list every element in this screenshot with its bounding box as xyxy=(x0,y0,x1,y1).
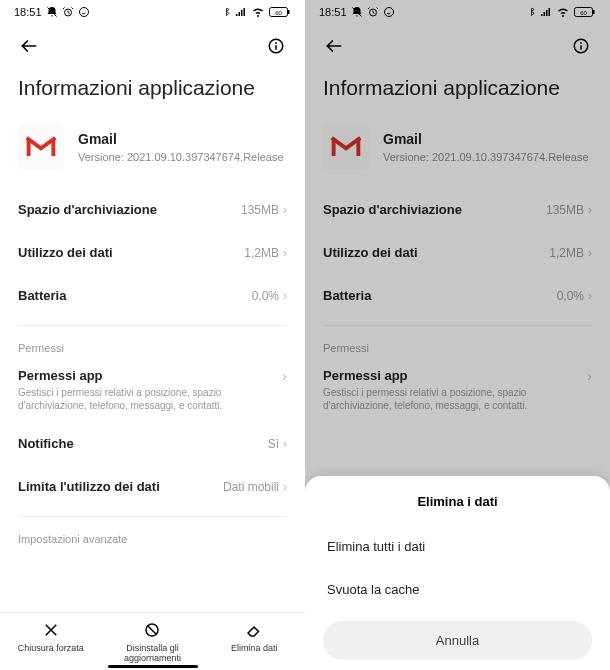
row-limit-data[interactable]: Limita l'utilizzo dei dati Dati mobili› xyxy=(0,465,305,508)
wifi-icon xyxy=(251,6,265,18)
svg-rect-18 xyxy=(580,45,582,50)
app-icon xyxy=(18,124,64,170)
svg-point-2 xyxy=(79,8,88,17)
svg-rect-14 xyxy=(593,10,595,14)
svg-point-7 xyxy=(275,42,277,44)
svg-text:60: 60 xyxy=(580,10,587,16)
bluetooth-icon xyxy=(527,6,536,18)
row-storage[interactable]: Spazio d'archiviazione 135MB› xyxy=(305,188,610,231)
info-icon xyxy=(572,37,590,55)
chevron-right-icon: › xyxy=(283,437,287,451)
dnd-icon xyxy=(46,6,58,18)
page-title: Informazioni applicazione xyxy=(305,68,610,118)
svg-text:60: 60 xyxy=(275,10,282,16)
prohibit-icon xyxy=(143,621,161,639)
row-app-permissions[interactable]: Permessi app Gestisci i permessi relativ… xyxy=(0,358,305,422)
row-sub: Gestisci i permessi relativi a posizione… xyxy=(323,386,579,412)
divider xyxy=(18,325,287,326)
row-label: Limita l'utilizzo dei dati xyxy=(18,479,160,494)
row-label: Batteria xyxy=(18,288,66,303)
row-label: Utilizzo dei dati xyxy=(323,245,418,260)
phone-right: 18:51 60 Informazioni applicazione xyxy=(305,0,610,670)
bluetooth-icon xyxy=(222,6,231,18)
chevron-right-icon: › xyxy=(588,203,592,217)
section-permissions: Permessi xyxy=(305,334,610,358)
gesture-bar xyxy=(108,665,198,668)
row-label: Spazio d'archiviazione xyxy=(323,202,462,217)
row-app-permissions[interactable]: Permessi app Gestisci i permessi relativ… xyxy=(305,358,610,422)
sheet-option-clear-cache[interactable]: Svuota la cache xyxy=(323,568,592,611)
row-value: Dati mobili xyxy=(223,480,279,494)
alarm-icon xyxy=(367,6,379,18)
section-advanced: Impostazioni avanzate xyxy=(0,525,305,549)
info-button[interactable] xyxy=(261,31,291,61)
clear-data-button[interactable]: Elimina dati xyxy=(214,621,294,664)
info-button[interactable] xyxy=(566,31,596,61)
alarm-icon xyxy=(62,6,74,18)
svg-rect-8 xyxy=(275,45,277,50)
nav-bar xyxy=(0,24,305,68)
divider xyxy=(18,516,287,517)
nav-bar xyxy=(305,24,610,68)
arrow-left-icon xyxy=(324,36,344,56)
row-value: 135MB xyxy=(241,203,279,217)
close-icon xyxy=(42,621,60,639)
sheet-option-delete-all[interactable]: Elimina tutti i dati xyxy=(323,525,592,568)
sheet-title: Elimina i dati xyxy=(323,494,592,509)
wifi-icon xyxy=(556,6,570,18)
row-value: 1,2MB xyxy=(244,246,279,260)
row-value: 1,2MB xyxy=(549,246,584,260)
app-header: Gmail Versione: 2021.09.10.397347674.Rel… xyxy=(305,118,610,188)
chevron-right-icon: › xyxy=(283,246,287,260)
row-value: 0,0% xyxy=(557,289,584,303)
btn-label: Elimina dati xyxy=(231,644,278,654)
page-title: Informazioni applicazione xyxy=(0,68,305,118)
arrow-left-icon xyxy=(19,36,39,56)
row-data-usage[interactable]: Utilizzo dei dati 1,2MB› xyxy=(0,231,305,274)
row-value: Sì xyxy=(268,437,279,451)
chevron-right-icon: › xyxy=(588,289,592,303)
whatsapp-icon xyxy=(78,6,90,18)
row-battery[interactable]: Batteria 0,0%› xyxy=(305,274,610,317)
row-label: Notifiche xyxy=(18,436,74,451)
battery-icon: 60 xyxy=(574,6,596,18)
status-bar: 18:51 60 xyxy=(305,0,610,24)
svg-point-17 xyxy=(580,42,582,44)
info-icon xyxy=(267,37,285,55)
gmail-icon xyxy=(24,134,58,160)
svg-point-12 xyxy=(384,8,393,17)
svg-rect-4 xyxy=(288,10,290,14)
btn-label: Chiusura forzata xyxy=(18,644,84,654)
dnd-icon xyxy=(351,6,363,18)
row-storage[interactable]: Spazio d'archiviazione 135MB› xyxy=(0,188,305,231)
action-sheet: Elimina i dati Elimina tutti i dati Svuo… xyxy=(305,476,610,670)
force-stop-button[interactable]: Chiusura forzata xyxy=(11,621,91,664)
chevron-right-icon: › xyxy=(283,289,287,303)
gmail-icon xyxy=(329,134,363,160)
chevron-right-icon: › xyxy=(282,368,287,384)
row-battery[interactable]: Batteria 0,0%› xyxy=(0,274,305,317)
chevron-right-icon: › xyxy=(588,246,592,260)
clock: 18:51 xyxy=(319,6,347,18)
app-header: Gmail Versione: 2021.09.10.397347674.Rel… xyxy=(0,118,305,188)
back-button[interactable] xyxy=(319,31,349,61)
uninstall-updates-button[interactable]: Disinstalla gli aggiornamenti xyxy=(112,621,192,664)
section-permissions: Permessi xyxy=(0,334,305,358)
row-label: Batteria xyxy=(323,288,371,303)
chevron-right-icon: › xyxy=(283,480,287,494)
row-notifications[interactable]: Notifiche Sì› xyxy=(0,422,305,465)
chevron-right-icon: › xyxy=(587,368,592,384)
phone-left: 18:51 60 Informazioni applicazione xyxy=(0,0,305,670)
app-icon xyxy=(323,124,369,170)
btn-label: Disinstalla gli aggiornamenti xyxy=(112,644,192,664)
status-bar: 18:51 60 xyxy=(0,0,305,24)
signal-icon xyxy=(235,6,247,18)
row-sub: Gestisci i permessi relativi a posizione… xyxy=(18,386,274,412)
divider xyxy=(323,325,592,326)
back-button[interactable] xyxy=(14,31,44,61)
row-data-usage[interactable]: Utilizzo dei dati 1,2MB› xyxy=(305,231,610,274)
sheet-cancel-button[interactable]: Annulla xyxy=(323,621,592,660)
signal-icon xyxy=(540,6,552,18)
app-name: Gmail xyxy=(78,131,284,147)
row-value: 135MB xyxy=(546,203,584,217)
